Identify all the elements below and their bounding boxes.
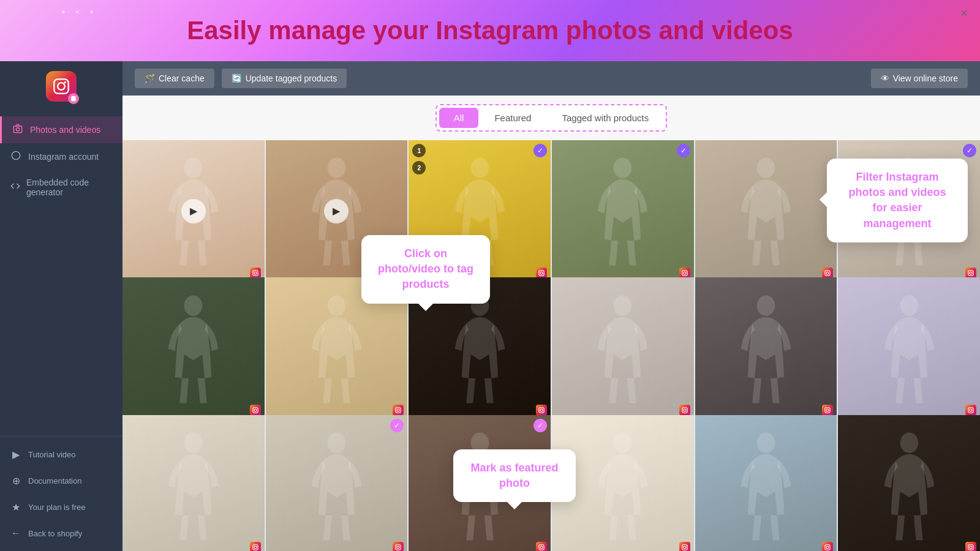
ig-icon-4 bbox=[679, 268, 690, 279]
svg-rect-64 bbox=[539, 545, 544, 550]
photo-check-4: ✓ bbox=[677, 144, 690, 157]
sidebar-item-documentation[interactable]: ⊕ Documentation bbox=[0, 468, 123, 494]
ig-icon-7 bbox=[250, 405, 261, 416]
tooltip-filter-photos: Filter Instagram photos and videos for e… bbox=[827, 159, 968, 242]
svg-rect-24 bbox=[825, 271, 830, 276]
ig-icon-17 bbox=[822, 542, 833, 551]
photo-figure-5 bbox=[695, 140, 837, 282]
sidebar-item-label-photos: Photos and videos bbox=[30, 125, 100, 135]
sidebar-item-plan[interactable]: ★ Your plan is free bbox=[0, 494, 123, 520]
tab-featured[interactable]: Featured bbox=[480, 108, 546, 128]
svg-point-75 bbox=[900, 432, 918, 452]
clear-cache-button[interactable]: 🪄 Clear cache bbox=[135, 69, 214, 88]
filter-tabs-wrapper: All Featured Tagged with products bbox=[123, 96, 980, 140]
svg-point-66 bbox=[543, 546, 543, 547]
svg-rect-56 bbox=[252, 545, 257, 550]
photo-cell-1[interactable]: ▶ bbox=[123, 140, 265, 282]
ig-icon-12 bbox=[965, 405, 976, 416]
photo-cell-7[interactable] bbox=[123, 277, 265, 419]
svg-point-70 bbox=[685, 546, 686, 547]
photo-figure-4 bbox=[552, 140, 694, 282]
tab-tagged[interactable]: Tagged with products bbox=[547, 108, 663, 128]
svg-point-69 bbox=[684, 546, 686, 549]
sidebar-item-label-back: Back to shopify bbox=[28, 529, 82, 538]
refresh-icon: 🔄 bbox=[232, 73, 242, 83]
sidebar-logo-area bbox=[0, 61, 123, 111]
svg-point-71 bbox=[757, 432, 775, 452]
photo-check-6: ✓ bbox=[963, 144, 976, 157]
svg-rect-28 bbox=[968, 271, 973, 276]
sidebar-item-photos-videos[interactable]: Photos and videos bbox=[0, 116, 123, 143]
svg-point-10 bbox=[256, 271, 257, 272]
svg-point-2 bbox=[64, 81, 67, 84]
svg-point-46 bbox=[685, 408, 686, 409]
svg-rect-52 bbox=[968, 408, 973, 413]
svg-point-74 bbox=[829, 546, 829, 547]
update-tagged-products-button[interactable]: 🔄 Update tagged products bbox=[222, 69, 347, 88]
svg-point-34 bbox=[256, 408, 257, 409]
play-button-1: ▶ bbox=[181, 199, 206, 223]
svg-point-67 bbox=[614, 432, 632, 452]
photo-cell-5[interactable] bbox=[695, 140, 837, 282]
svg-point-21 bbox=[684, 272, 686, 274]
photo-cell-11[interactable] bbox=[695, 277, 837, 419]
photo-figure-12 bbox=[838, 277, 980, 419]
svg-point-9 bbox=[254, 272, 257, 274]
svg-rect-32 bbox=[252, 408, 257, 413]
help-icon: ⊕ bbox=[10, 475, 22, 487]
toolbar: 🪄 Clear cache 🔄 Update tagged products 👁… bbox=[123, 61, 980, 96]
photo-check-15: ✓ bbox=[533, 419, 547, 432]
ig-icon-11 bbox=[822, 405, 833, 416]
cart-badge bbox=[68, 93, 79, 104]
svg-point-17 bbox=[540, 272, 543, 274]
sidebar-item-instagram-account[interactable]: Instagram account bbox=[0, 143, 123, 170]
photo-check-3: ✓ bbox=[533, 144, 547, 157]
sidebar-item-tutorial[interactable]: ▶ Tutorial video bbox=[0, 441, 123, 468]
photo-cell-10[interactable] bbox=[552, 277, 694, 419]
sidebar-item-embedded-code[interactable]: Embedded code generator bbox=[0, 170, 123, 204]
svg-point-47 bbox=[757, 295, 775, 315]
ig-icon-13 bbox=[250, 542, 261, 551]
svg-point-6 bbox=[12, 151, 20, 159]
svg-rect-4 bbox=[13, 126, 21, 133]
svg-point-25 bbox=[826, 272, 829, 274]
svg-point-45 bbox=[684, 409, 686, 411]
photo-cell-12[interactable] bbox=[838, 277, 980, 419]
svg-rect-44 bbox=[682, 408, 687, 413]
svg-rect-20 bbox=[682, 270, 687, 275]
svg-point-31 bbox=[184, 295, 203, 315]
ig-icon-14 bbox=[393, 542, 404, 551]
sidebar-item-back-shopify[interactable]: ← Back to shopify bbox=[0, 520, 123, 546]
photo-figure-13 bbox=[123, 415, 265, 551]
photo-cell-14[interactable]: ✓ bbox=[266, 415, 408, 551]
camera-icon bbox=[12, 124, 24, 136]
photo-figure-11 bbox=[695, 277, 837, 419]
svg-point-7 bbox=[184, 158, 203, 178]
svg-point-43 bbox=[614, 295, 632, 315]
svg-rect-68 bbox=[682, 545, 687, 550]
svg-point-19 bbox=[614, 158, 632, 178]
svg-point-65 bbox=[540, 546, 543, 549]
svg-point-5 bbox=[16, 128, 19, 131]
photo-cell-18[interactable] bbox=[838, 415, 980, 551]
ig-icon-3 bbox=[536, 268, 547, 279]
photo-cell-17[interactable] bbox=[695, 415, 837, 551]
photo-figure-7 bbox=[123, 277, 265, 419]
instagram-logo bbox=[46, 71, 77, 102]
close-button[interactable]: × bbox=[960, 6, 968, 20]
photo-figure-14 bbox=[266, 415, 408, 551]
svg-point-33 bbox=[254, 409, 257, 411]
tab-all[interactable]: All bbox=[439, 108, 479, 128]
svg-point-58 bbox=[256, 546, 257, 547]
svg-point-37 bbox=[397, 409, 399, 411]
sidebar-bottom: ▶ Tutorial video ⊕ Documentation ★ Your … bbox=[0, 436, 123, 551]
sidebar-item-label-embedded: Embedded code generator bbox=[26, 178, 113, 197]
svg-point-42 bbox=[543, 409, 543, 410]
photo-cell-4[interactable]: ✓ bbox=[552, 140, 694, 282]
svg-point-51 bbox=[900, 295, 918, 315]
photo-cell-13[interactable] bbox=[123, 415, 265, 551]
svg-point-61 bbox=[397, 546, 399, 549]
sidebar-item-label-instagram: Instagram account bbox=[28, 152, 99, 162]
svg-point-62 bbox=[399, 546, 400, 547]
view-online-store-button[interactable]: 👁 View online store bbox=[871, 69, 968, 88]
